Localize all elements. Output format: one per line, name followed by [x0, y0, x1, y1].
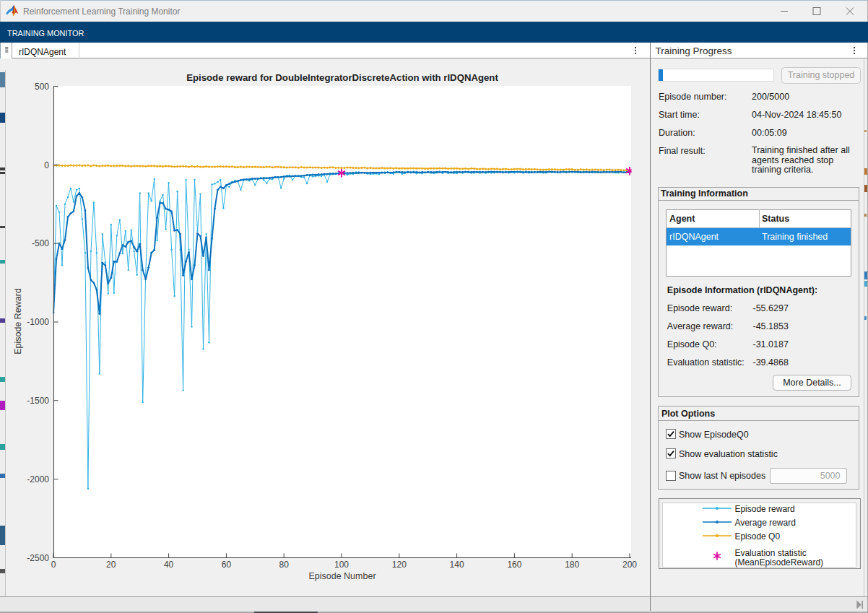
- svg-text:160: 160: [507, 560, 521, 570]
- svg-text:-2000: -2000: [27, 474, 49, 484]
- svg-text:120: 120: [392, 560, 407, 570]
- svg-text:100: 100: [334, 560, 349, 570]
- svg-text:Episode Reward: Episode Reward: [13, 288, 23, 355]
- svg-text:140: 140: [450, 560, 464, 570]
- svg-text:180: 180: [565, 560, 579, 570]
- svg-text:Episode Number: Episode Number: [308, 571, 376, 581]
- svg-text:-2500: -2500: [27, 553, 49, 563]
- svg-text:40: 40: [164, 560, 174, 570]
- svg-text:0: 0: [44, 160, 49, 170]
- svg-text:-1000: -1000: [27, 317, 49, 327]
- svg-text:20: 20: [106, 560, 116, 570]
- svg-text:-1500: -1500: [27, 396, 49, 406]
- svg-text:500: 500: [35, 82, 49, 92]
- svg-text:60: 60: [222, 560, 232, 570]
- svg-text:Episode reward for DoubleInteg: Episode reward for DoubleIntegratorDiscr…: [186, 72, 498, 83]
- svg-text:80: 80: [279, 560, 290, 570]
- svg-text:0: 0: [51, 560, 56, 570]
- svg-text:200: 200: [622, 560, 637, 570]
- svg-text:-500: -500: [32, 238, 49, 248]
